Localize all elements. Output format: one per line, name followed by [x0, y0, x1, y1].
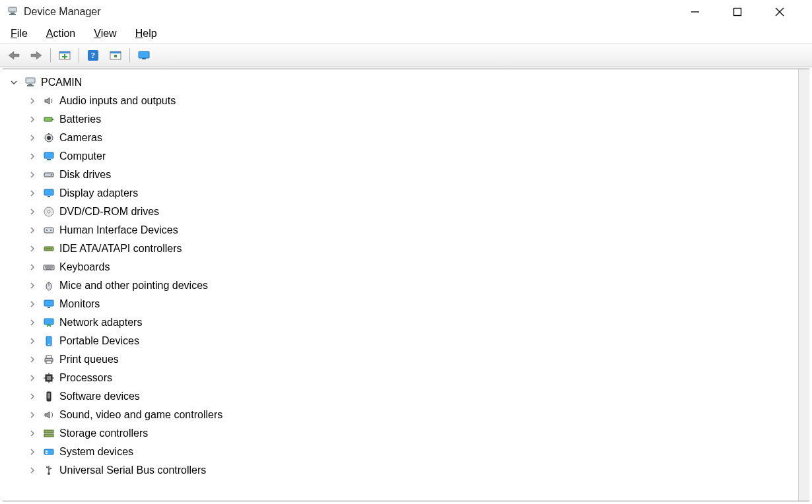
hid-icon [42, 224, 55, 237]
chevron-right-icon[interactable] [28, 447, 37, 457]
chevron-right-icon[interactable] [28, 133, 37, 142]
svg-rect-20 [27, 85, 34, 86]
chevron-right-icon[interactable] [28, 392, 37, 401]
svg-rect-4 [734, 9, 741, 16]
usb-icon [42, 464, 55, 477]
category-node[interactable]: Keyboards [9, 258, 809, 276]
chevron-right-icon[interactable] [28, 244, 37, 253]
chevron-right-icon[interactable] [28, 429, 37, 438]
category-label[interactable]: Audio inputs and outputs [59, 92, 176, 110]
category-node[interactable]: IDE ATA/ATAPI controllers [9, 239, 809, 258]
chevron-right-icon[interactable] [28, 373, 37, 383]
scrollbar[interactable] [798, 69, 809, 501]
category-node[interactable]: Portable Devices [9, 332, 809, 350]
category-node[interactable]: Human Interface Devices [9, 221, 809, 239]
category-node[interactable]: Monitors [9, 295, 809, 313]
scan-hardware-button[interactable] [107, 47, 124, 64]
category-label[interactable]: Computer [59, 147, 106, 166]
chevron-right-icon[interactable] [28, 281, 37, 290]
category-node[interactable]: Universal Serial Bus controllers [9, 461, 809, 480]
audio-icon [42, 94, 55, 108]
menu-help[interactable]: Help [135, 28, 157, 40]
menu-file[interactable]: File [11, 28, 28, 40]
chevron-right-icon[interactable] [28, 410, 37, 420]
network-icon [42, 316, 55, 329]
maximize-button[interactable] [722, 1, 753, 22]
category-label[interactable]: Mice and other pointing devices [59, 276, 208, 295]
cpu-icon [42, 371, 55, 385]
root-node[interactable]: PCAMIN [9, 73, 809, 92]
ide-icon [42, 242, 55, 255]
category-node[interactable]: Sound, video and game controllers [9, 406, 809, 424]
computer-icon [24, 76, 37, 89]
category-node[interactable]: Processors [9, 369, 809, 387]
category-node[interactable]: Mice and other pointing devices [9, 276, 809, 295]
category-node[interactable]: Audio inputs and outputs [9, 92, 809, 110]
category-node[interactable]: System devices [9, 443, 809, 461]
toolbar-separator [79, 48, 79, 63]
back-button[interactable] [5, 47, 22, 64]
chevron-right-icon[interactable] [28, 96, 37, 106]
monitor-icon [42, 298, 55, 311]
category-label[interactable]: DVD/CD-ROM drives [59, 203, 159, 221]
category-node[interactable]: Display adapters [9, 184, 809, 203]
chevron-right-icon[interactable] [28, 466, 37, 475]
category-node[interactable]: Software devices [9, 387, 809, 406]
category-node[interactable]: Print queues [9, 350, 809, 369]
category-label[interactable]: Processors [59, 369, 112, 387]
category-label[interactable]: Monitors [59, 295, 100, 313]
chevron-right-icon[interactable] [28, 115, 37, 124]
close-button[interactable] [764, 1, 795, 22]
category-label[interactable]: Network adapters [59, 313, 142, 332]
category-label[interactable]: Cameras [59, 129, 102, 147]
root-label[interactable]: PCAMIN [41, 73, 82, 92]
chevron-right-icon[interactable] [28, 263, 37, 272]
battery-icon [42, 113, 55, 126]
category-label[interactable]: Disk drives [59, 166, 111, 184]
chevron-down-icon[interactable] [9, 78, 18, 87]
category-label[interactable]: Human Interface Devices [59, 221, 178, 239]
devices-and-printers-button[interactable] [135, 47, 152, 64]
chevron-right-icon[interactable] [28, 170, 37, 179]
chevron-right-icon[interactable] [28, 226, 37, 235]
toolbar-separator [50, 48, 51, 63]
chevron-right-icon[interactable] [28, 152, 37, 161]
category-label[interactable]: Portable Devices [59, 332, 139, 350]
category-node[interactable]: Computer [9, 147, 809, 166]
category-node[interactable]: Storage controllers [9, 424, 809, 443]
show-hide-console-tree-button[interactable] [56, 47, 73, 64]
help-button[interactable]: ? [85, 47, 102, 64]
chevron-right-icon[interactable] [28, 336, 37, 346]
category-node[interactable]: Cameras [9, 129, 809, 147]
category-label[interactable]: System devices [59, 443, 133, 461]
chevron-right-icon[interactable] [28, 355, 37, 364]
category-label[interactable]: Storage controllers [59, 424, 148, 443]
category-label[interactable]: Software devices [59, 387, 140, 406]
category-node[interactable]: DVD/CD-ROM drives [9, 203, 809, 221]
menu-view[interactable]: View [94, 28, 116, 40]
portable-icon [42, 334, 55, 348]
system-icon [42, 445, 55, 458]
chevron-right-icon[interactable] [28, 318, 37, 327]
category-node[interactable]: Disk drives [9, 166, 809, 184]
forward-button[interactable] [28, 47, 45, 64]
category-label[interactable]: Display adapters [59, 184, 138, 203]
minimize-button[interactable] [680, 1, 710, 22]
category-label[interactable]: Keyboards [59, 258, 110, 276]
chevron-right-icon[interactable] [28, 299, 37, 309]
category-label[interactable]: Sound, video and game controllers [59, 406, 222, 424]
category-label[interactable]: IDE ATA/ATAPI controllers [59, 239, 182, 258]
svg-rect-17 [142, 58, 146, 59]
category-label[interactable]: Print queues [59, 350, 119, 369]
device-manager-window: Device Manager File Action View Help [0, 0, 812, 504]
display-icon [42, 187, 55, 200]
category-node[interactable]: Network adapters [9, 313, 809, 332]
category-node[interactable]: Batteries [9, 110, 809, 129]
category-label[interactable]: Batteries [59, 110, 101, 129]
svg-rect-15 [114, 55, 117, 57]
category-label[interactable]: Universal Serial Bus controllers [59, 461, 206, 480]
chevron-right-icon[interactable] [28, 207, 37, 216]
chevron-right-icon[interactable] [28, 189, 37, 198]
menu-action[interactable]: Action [46, 28, 75, 40]
svg-rect-18 [26, 78, 35, 83]
